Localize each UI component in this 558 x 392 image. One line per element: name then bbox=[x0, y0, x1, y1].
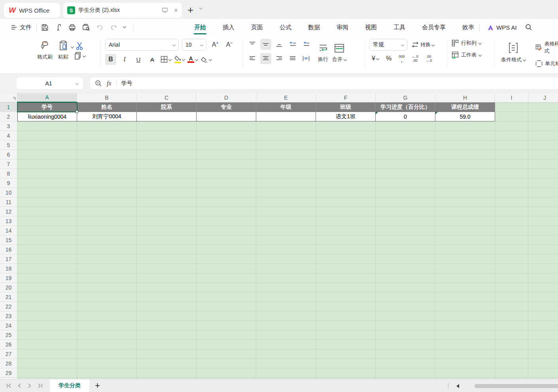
cell-F28[interactable] bbox=[316, 359, 376, 368]
cell-H8[interactable] bbox=[435, 169, 495, 178]
cell-G12[interactable] bbox=[376, 207, 435, 216]
cell-H3[interactable] bbox=[435, 121, 495, 131]
cell-I18[interactable] bbox=[495, 264, 528, 273]
cell-I6[interactable] bbox=[495, 150, 528, 159]
cell-E16[interactable] bbox=[256, 245, 316, 254]
cell-E4[interactable] bbox=[256, 131, 316, 140]
cell-J4[interactable] bbox=[528, 131, 558, 140]
cell-H5[interactable] bbox=[435, 140, 495, 150]
next-sheet-icon[interactable] bbox=[25, 381, 35, 391]
cell-D4[interactable] bbox=[197, 131, 256, 140]
cell-B6[interactable] bbox=[77, 150, 137, 159]
cell-H25[interactable] bbox=[435, 330, 495, 340]
cell-A3[interactable] bbox=[17, 121, 77, 131]
cell-F21[interactable] bbox=[316, 292, 376, 302]
cell-A24[interactable] bbox=[17, 321, 77, 330]
cell-G21[interactable] bbox=[376, 292, 435, 302]
cell-C9[interactable] bbox=[137, 178, 197, 188]
cell-G22[interactable] bbox=[376, 302, 435, 311]
borders-button[interactable] bbox=[161, 56, 171, 63]
row-header-6[interactable]: 6 bbox=[0, 150, 17, 159]
cell-B1[interactable]: 姓名 bbox=[77, 102, 137, 112]
menu-tab-效率[interactable]: 效率 bbox=[454, 19, 482, 36]
cell-C27[interactable] bbox=[137, 349, 197, 359]
cell-D13[interactable] bbox=[197, 216, 256, 226]
cell-B28[interactable] bbox=[77, 359, 137, 368]
cell-D3[interactable] bbox=[197, 121, 256, 131]
cell-C2[interactable] bbox=[137, 112, 197, 121]
row-header-26[interactable]: 26 bbox=[0, 340, 17, 349]
row-header-24[interactable]: 24 bbox=[0, 321, 17, 330]
row-header-18[interactable]: 18 bbox=[0, 264, 17, 273]
cell-I26[interactable] bbox=[495, 340, 528, 349]
cell-F5[interactable] bbox=[316, 140, 376, 150]
menu-tab-数据[interactable]: 数据 bbox=[300, 19, 328, 36]
scroll-left-icon[interactable] bbox=[456, 384, 459, 388]
cell-I2[interactable] bbox=[495, 112, 528, 121]
cell-I7[interactable] bbox=[495, 159, 528, 169]
cell-A20[interactable] bbox=[17, 283, 77, 292]
cell-A16[interactable] bbox=[17, 245, 77, 254]
cell-I29[interactable] bbox=[495, 368, 528, 378]
prev-sheet-icon[interactable] bbox=[14, 381, 25, 391]
number-format-select[interactable]: 常规 bbox=[369, 39, 407, 51]
cell-F8[interactable] bbox=[316, 169, 376, 178]
cell-I24[interactable] bbox=[495, 321, 528, 330]
cell-I14[interactable] bbox=[495, 226, 528, 235]
cell-D1[interactable]: 专业 bbox=[197, 102, 256, 112]
row-header-16[interactable]: 16 bbox=[0, 245, 17, 254]
worksheet-button[interactable]: 工作表 bbox=[452, 51, 481, 59]
cell-A10[interactable] bbox=[17, 188, 77, 197]
new-tab-button[interactable]: + bbox=[187, 4, 193, 16]
cell-H27[interactable] bbox=[435, 349, 495, 359]
currency-button[interactable]: ¥ bbox=[372, 55, 379, 62]
cell-I22[interactable] bbox=[495, 302, 528, 311]
column-header-J[interactable]: J bbox=[528, 93, 558, 102]
cell-G2[interactable]: 0 bbox=[376, 112, 435, 121]
cell-C11[interactable] bbox=[137, 197, 197, 207]
cell-F12[interactable] bbox=[316, 207, 376, 216]
share-screen-icon[interactable] bbox=[162, 8, 168, 13]
menu-tab-视图[interactable]: 视图 bbox=[357, 19, 385, 36]
cell-E17[interactable] bbox=[256, 254, 316, 264]
row-header-8[interactable]: 8 bbox=[0, 169, 17, 178]
cell-G8[interactable] bbox=[376, 169, 435, 178]
cell-B22[interactable] bbox=[77, 302, 137, 311]
cell-B26[interactable] bbox=[77, 340, 137, 349]
add-sheet-button[interactable]: + bbox=[95, 381, 100, 391]
row-header-22[interactable]: 22 bbox=[0, 302, 17, 311]
cell-F4[interactable] bbox=[316, 131, 376, 140]
clear-format-button[interactable] bbox=[201, 56, 212, 62]
cell-H10[interactable] bbox=[435, 188, 495, 197]
cell-B9[interactable] bbox=[77, 178, 137, 188]
cell-G16[interactable] bbox=[376, 245, 435, 254]
menu-tab-工具[interactable]: 工具 bbox=[385, 19, 414, 36]
cell-E26[interactable] bbox=[256, 340, 316, 349]
cell-I8[interactable] bbox=[495, 169, 528, 178]
cell-B23[interactable] bbox=[77, 311, 137, 321]
cell-G15[interactable] bbox=[376, 235, 435, 245]
rows-columns-button[interactable]: 行和列 bbox=[452, 40, 481, 47]
cell-C6[interactable] bbox=[137, 150, 197, 159]
cell-E6[interactable] bbox=[256, 150, 316, 159]
cell-C10[interactable] bbox=[137, 188, 197, 197]
italic-button[interactable]: I bbox=[119, 54, 130, 65]
cell-A21[interactable] bbox=[17, 292, 77, 302]
row-header-29[interactable]: 29 bbox=[0, 368, 17, 378]
cell-A23[interactable] bbox=[17, 311, 77, 321]
cell-H26[interactable] bbox=[435, 340, 495, 349]
row-header-9[interactable]: 9 bbox=[0, 178, 17, 188]
name-box[interactable]: A1 bbox=[17, 78, 83, 89]
cell-H7[interactable] bbox=[435, 159, 495, 169]
cell-B21[interactable] bbox=[77, 292, 137, 302]
cell-D19[interactable] bbox=[197, 273, 256, 283]
wrap-text-button[interactable]: 换行 bbox=[318, 39, 328, 67]
cell-I25[interactable] bbox=[495, 330, 528, 340]
cell-J1[interactable] bbox=[528, 102, 558, 112]
horizontal-scrollbar[interactable] bbox=[475, 384, 558, 388]
cell-D26[interactable] bbox=[197, 340, 256, 349]
row-header-5[interactable]: 5 bbox=[0, 140, 17, 150]
row-header-2[interactable]: 2 bbox=[0, 112, 17, 121]
cell-G14[interactable] bbox=[376, 226, 435, 235]
cell-H9[interactable] bbox=[435, 178, 495, 188]
